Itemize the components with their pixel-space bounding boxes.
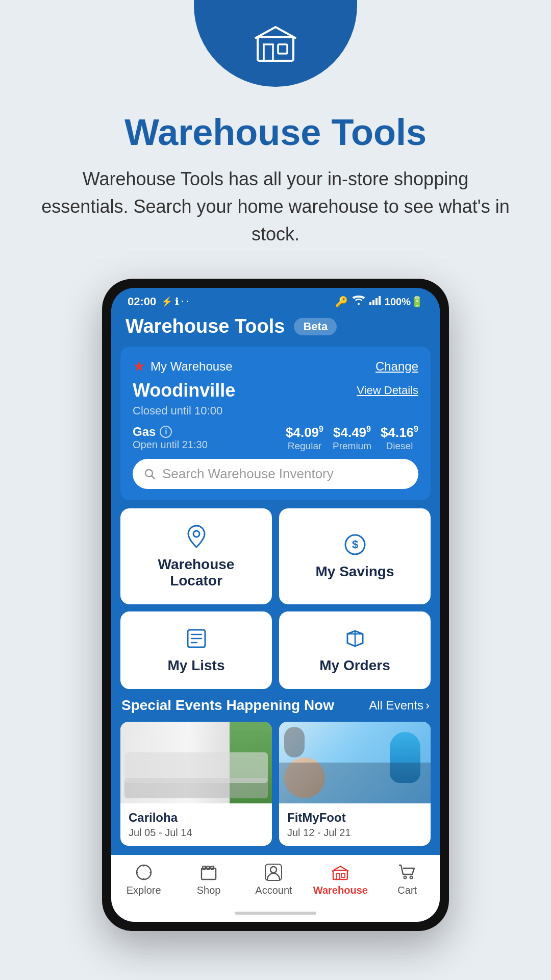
event-card-fitmyfoot[interactable]: FitMyFoot Jul 12 - Jul 21 <box>279 722 431 846</box>
info-icon: i <box>160 426 172 438</box>
nav-label-explore: Explore <box>127 885 161 896</box>
premium-price: $4.499 <box>333 425 371 440</box>
gas-row: Gas i Open until 21:30 $4.099 Regular $4… <box>133 425 418 452</box>
fitmyfoot-image <box>279 722 431 803</box>
special-events-title: Special Events Happening Now <box>121 697 334 714</box>
home-bar <box>235 912 316 915</box>
warehouse-nav-icon <box>331 863 349 881</box>
cariloha-name: Cariloha <box>129 811 264 825</box>
box-icon <box>343 627 367 650</box>
key-icon: 🔑 <box>335 296 348 308</box>
fitmyfoot-name: FitMyFoot <box>287 811 422 825</box>
svg-rect-26 <box>336 873 340 879</box>
svg-rect-19 <box>202 868 216 879</box>
diesel-price: $4.169 <box>381 425 418 440</box>
phone-screen: 02:00 ⚡ ℹ · · 🔑 100%🔋 Warehouse Tools Be… <box>111 288 440 922</box>
gas-price-diesel: $4.169 Diesel <box>381 425 418 452</box>
svg-text:$: $ <box>352 538 358 551</box>
cariloha-image <box>120 722 272 803</box>
grid-buttons: WarehouseLocator $ My Savings <box>120 508 431 689</box>
nav-item-cart[interactable]: Cart <box>382 863 433 896</box>
location-pin-icon <box>185 524 208 549</box>
fitmyfoot-dates: Jul 12 - Jul 21 <box>287 827 422 839</box>
event-card-cariloha[interactable]: Cariloha Jul 05 - Jul 14 <box>120 722 272 846</box>
my-orders-button[interactable]: My Orders <box>279 611 431 689</box>
change-link[interactable]: Change <box>375 359 418 374</box>
page-subtitle: Warehouse Tools has all your in-store sh… <box>41 165 510 248</box>
nav-item-account[interactable]: Account <box>248 863 299 896</box>
signal-icon <box>369 296 381 308</box>
view-details-link[interactable]: View Details <box>357 384 418 397</box>
my-orders-label: My Orders <box>319 657 390 674</box>
warehouse-locator-button[interactable]: WarehouseLocator <box>120 508 272 604</box>
fitmyfoot-body: FitMyFoot Jul 12 - Jul 21 <box>279 803 431 846</box>
svg-rect-1 <box>264 44 273 61</box>
gas-info: Gas i Open until 21:30 <box>133 425 286 451</box>
warehouse-locator-label: WarehouseLocator <box>158 556 235 589</box>
my-lists-button[interactable]: My Lists <box>120 611 272 689</box>
search-icon <box>144 468 156 480</box>
nav-item-explore[interactable]: Explore <box>118 863 169 896</box>
home-indicator <box>111 906 440 922</box>
app-title: Warehouse Tools <box>126 315 285 337</box>
cart-icon <box>398 863 416 881</box>
nav-item-shop[interactable]: Shop <box>183 863 234 896</box>
regular-price: $4.099 <box>286 425 323 440</box>
status-left: 02:00 ⚡ ℹ · · <box>128 295 189 308</box>
status-time: 02:00 <box>128 295 156 308</box>
battery-icon: 100%🔋 <box>385 296 423 308</box>
bottom-nav: Explore Shop Account <box>111 855 440 906</box>
gas-prices: $4.099 Regular $4.499 Premium $4.169 Die… <box>286 425 418 452</box>
savings-icon: $ <box>343 533 367 556</box>
page-title: Warehouse Tools <box>41 111 510 153</box>
events-grid: Cariloha Jul 05 - Jul 14 FitMyFoot <box>120 722 431 846</box>
warehouse-name-row: Woodinville View Details <box>133 380 418 401</box>
closed-status: Closed until 10:00 <box>133 404 418 418</box>
my-savings-label: My Savings <box>315 564 394 580</box>
svg-rect-27 <box>341 873 345 877</box>
svg-point-23 <box>270 867 277 873</box>
nav-label-shop: Shop <box>197 885 221 896</box>
phone-mockup: 02:00 ⚡ ℹ · · 🔑 100%🔋 Warehouse Tools Be… <box>102 279 449 931</box>
cariloha-body: Cariloha Jul 05 - Jul 14 <box>120 803 272 846</box>
svg-rect-2 <box>278 44 287 54</box>
wifi-icon <box>352 296 365 308</box>
status-right: 🔑 100%🔋 <box>335 296 423 308</box>
search-input-placeholder: Search Warehouse Inventory <box>162 466 334 482</box>
all-events-link[interactable]: All Events › <box>369 698 430 713</box>
my-savings-button[interactable]: $ My Savings <box>279 508 431 604</box>
gas-label: Gas i <box>133 425 286 439</box>
search-bar[interactable]: Search Warehouse Inventory <box>133 459 418 489</box>
page-header: Warehouse Tools Warehouse Tools has all … <box>0 111 551 248</box>
nav-label-cart: Cart <box>397 885 417 896</box>
nav-item-warehouse[interactable]: Warehouse <box>313 863 368 896</box>
warehouse-name: Woodinville <box>133 380 235 401</box>
app-content: ★ My Warehouse Change Woodinville View D… <box>111 347 440 855</box>
gas-price-premium: $4.499 Premium <box>333 425 371 452</box>
svg-point-29 <box>410 876 413 879</box>
nav-label-warehouse: Warehouse <box>313 885 368 896</box>
svg-rect-5 <box>375 298 378 305</box>
shop-icon <box>199 863 218 881</box>
svg-point-18 <box>137 865 151 879</box>
star-icon: ★ <box>133 358 145 375</box>
svg-rect-6 <box>379 296 381 305</box>
my-lists-label: My Lists <box>167 657 224 674</box>
nav-label-account: Account <box>255 885 292 896</box>
my-warehouse-label: ★ My Warehouse <box>133 358 233 375</box>
svg-rect-4 <box>372 300 374 305</box>
gas-price-regular: $4.099 Regular <box>286 425 323 452</box>
svg-rect-3 <box>369 302 371 305</box>
status-icons: ⚡ ℹ · · <box>161 296 189 307</box>
explore-icon <box>135 863 153 881</box>
warehouse-card-header: ★ My Warehouse Change <box>133 358 418 375</box>
beta-badge: Beta <box>294 318 337 335</box>
gas-open-text: Open until 21:30 <box>133 439 286 451</box>
warehouse-card: ★ My Warehouse Change Woodinville View D… <box>120 347 431 500</box>
special-events-header: Special Events Happening Now All Events … <box>120 697 431 714</box>
svg-line-8 <box>152 476 155 479</box>
status-bar: 02:00 ⚡ ℹ · · 🔑 100%🔋 <box>111 288 440 311</box>
list-icon <box>185 627 208 650</box>
account-icon <box>264 863 283 881</box>
cariloha-dates: Jul 05 - Jul 14 <box>129 827 264 839</box>
